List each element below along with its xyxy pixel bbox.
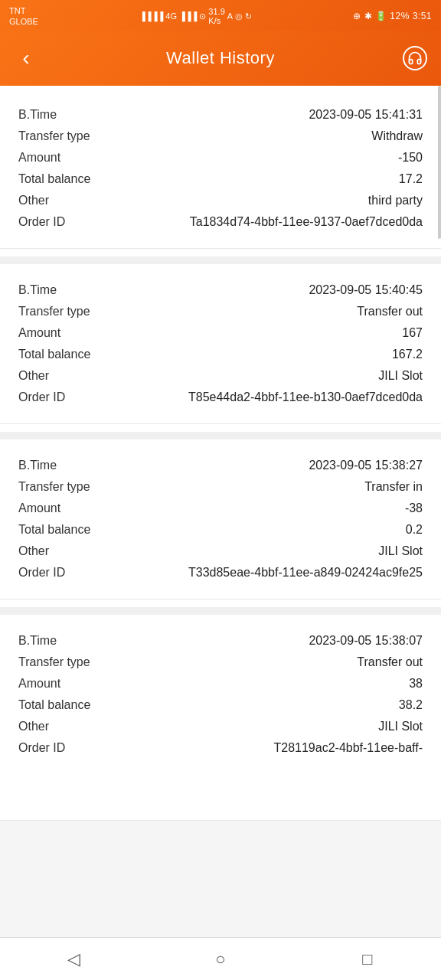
speed-label: 31.9K/s [208,7,224,25]
app-header: ‹ Wallet History [0,31,441,86]
order-id-label: Order ID [18,390,110,404]
btime-row: B.Time 2023-09-05 15:38:27 [18,455,423,476]
home-nav-icon: ○ [215,949,225,969]
transfer-type-label: Transfer type [18,480,110,494]
btime-value: 2023-09-05 15:38:07 [309,634,423,648]
extra-icons: ⊕ ✱ 🔋 12% [353,11,412,21]
btime-value: 2023-09-05 15:38:27 [309,459,423,472]
transaction-card: B.Time 2023-09-05 15:38:07 Transfer type… [0,615,441,821]
btime-row: B.Time 2023-09-05 15:40:45 [18,279,423,301]
transfer-type-label: Transfer type [18,129,110,143]
order-id-value: Ta1834d74-4bbf-11ee-9137-0aef7dced0da [190,215,423,229]
transaction-card: B.Time 2023-09-05 15:41:31 Transfer type… [0,86,441,249]
other-row: Other JILI Slot [18,716,423,737]
order-id-row: Order ID T85e44da2-4bbf-11ee-b130-0aef7d… [18,387,423,408]
order-id-row: Order ID T28119ac2-4bbf-11ee-baff- [18,737,423,759]
amount-row: Amount -38 [18,498,423,519]
back-nav-icon: ◁ [67,949,80,969]
amount-label: Amount [18,151,110,165]
home-nav-button[interactable]: ○ [201,940,240,978]
scroll-indicator[interactable] [438,86,441,239]
btime-value: 2023-09-05 15:41:31 [309,108,423,122]
recent-nav-icon: □ [362,949,372,969]
other-label: Other [18,544,110,558]
back-icon: ‹ [22,46,29,70]
other-value: JILI Slot [378,544,423,558]
signal-strength: ▐▐▐▐ [139,11,163,21]
total-balance-label: Total balance [18,523,110,537]
btime-label: B.Time [18,283,110,297]
amount-row: Amount 38 [18,673,423,694]
other-row: Other third party [18,190,423,211]
status-right: ⊕ ✱ 🔋 12% 3:51 [353,11,432,21]
total-balance-row: Total balance 167.2 [18,344,423,365]
btime-label: B.Time [18,459,110,472]
amount-value: -38 [405,501,423,515]
transaction-card: B.Time 2023-09-05 15:38:27 Transfer type… [0,439,441,599]
total-balance-row: Total balance 38.2 [18,694,423,716]
signal2: ▐▐▐ [179,11,197,21]
divider-2 [0,432,441,439]
back-button[interactable]: ‹ [12,44,40,72]
total-balance-row: Total balance 0.2 [18,519,423,541]
total-balance-value: 167.2 [392,348,423,361]
other-label: Other [18,194,110,207]
network-type: 4G [165,11,177,21]
amount-value: 38 [409,677,423,691]
amount-label: Amount [18,677,110,691]
support-button[interactable] [401,44,429,72]
divider-1 [0,256,441,264]
order-id-label: Order ID [18,566,110,580]
btime-label: B.Time [18,108,110,122]
transfer-type-row: Transfer type Withdraw [18,126,423,147]
btime-row: B.Time 2023-09-05 15:41:31 [18,104,423,126]
total-balance-value: 17.2 [399,172,423,186]
recent-nav-button[interactable]: □ [348,940,387,978]
page-title: Wallet History [166,48,275,68]
transfer-type-row: Transfer type Transfer out [18,652,423,673]
other-row: Other JILI Slot [18,541,423,562]
total-balance-label: Total balance [18,348,110,361]
bottom-nav: ◁ ○ □ [0,937,441,980]
headset-icon [403,46,427,70]
other-label: Other [18,369,110,383]
total-balance-label: Total balance [18,698,110,712]
other-label: Other [18,720,110,733]
other-value: third party [368,194,423,207]
amount-value: -150 [398,151,423,165]
total-balance-value: 0.2 [406,523,423,537]
other-value: JILI Slot [378,720,423,733]
btime-value: 2023-09-05 15:40:45 [309,283,423,297]
amount-label: Amount [18,326,110,340]
time: 3:51 [413,11,432,21]
other-row: Other JILI Slot [18,365,423,387]
divider-3 [0,607,441,615]
wifi-icon: ⊙ [199,11,206,21]
order-id-row: Order ID T33d85eae-4bbf-11ee-a849-02424a… [18,562,423,583]
amount-label: Amount [18,501,110,515]
sync-icon: ↻ [245,11,252,21]
back-nav-button[interactable]: ◁ [54,940,93,978]
transfer-type-label: Transfer type [18,305,110,318]
order-id-value: T85e44da2-4bbf-11ee-b130-0aef7dced0da [188,390,423,404]
status-bar: TNTGLOBE ▐▐▐▐ 4G ▐▐▐ ⊙ 31.9K/s A ◎ ↻ ⊕ ✱… [0,0,441,31]
transfer-type-row: Transfer type Transfer in [18,476,423,498]
carrier-name: TNTGLOBE [9,5,38,28]
order-id-label: Order ID [18,741,110,755]
transfer-type-value: Transfer out [357,655,423,669]
transactions-list: B.Time 2023-09-05 15:41:31 Transfer type… [0,86,441,821]
transfer-type-label: Transfer type [18,655,110,669]
other-value: JILI Slot [378,369,423,383]
letter-a: A [227,11,233,21]
order-id-value: T33d85eae-4bbf-11ee-a849-02424ac9fe25 [188,566,423,580]
transaction-card: B.Time 2023-09-05 15:40:45 Transfer type… [0,264,441,424]
total-balance-label: Total balance [18,172,110,186]
order-id-label: Order ID [18,215,110,229]
transfer-type-value: Transfer out [357,305,423,318]
transfer-type-row: Transfer type Transfer out [18,301,423,322]
signal-icons: ▐▐▐▐ 4G ▐▐▐ ⊙ 31.9K/s A ◎ ↻ [139,7,252,25]
gps-icon: ◎ [235,11,243,21]
amount-row: Amount 167 [18,322,423,344]
transfer-type-value: Withdraw [371,129,423,143]
amount-value: 167 [402,326,423,340]
